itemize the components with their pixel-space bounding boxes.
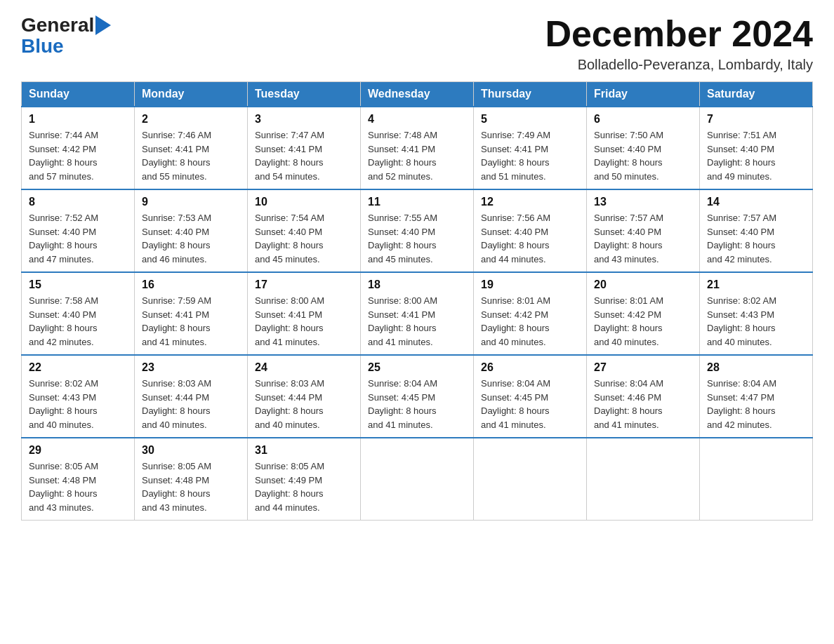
day-number: 13	[594, 196, 692, 208]
day-info: Sunrise: 7:46 AMSunset: 4:41 PMDaylight:…	[142, 128, 240, 183]
day-cell-16: 16Sunrise: 7:59 AMSunset: 4:41 PMDayligh…	[135, 272, 248, 355]
day-info: Sunrise: 7:44 AMSunset: 4:42 PMDaylight:…	[29, 128, 127, 183]
day-number: 18	[368, 279, 466, 291]
day-info: Sunrise: 8:00 AMSunset: 4:41 PMDaylight:…	[255, 294, 353, 349]
day-info: Sunrise: 7:47 AMSunset: 4:41 PMDaylight:…	[255, 128, 353, 183]
week-row-1: 1Sunrise: 7:44 AMSunset: 4:42 PMDaylight…	[22, 107, 813, 189]
day-number: 8	[29, 196, 127, 208]
day-info: Sunrise: 8:04 AMSunset: 4:45 PMDaylight:…	[481, 377, 579, 431]
day-cell-26: 26Sunrise: 8:04 AMSunset: 4:45 PMDayligh…	[474, 355, 587, 438]
day-number: 10	[255, 196, 353, 208]
day-number: 31	[255, 444, 353, 457]
day-number: 16	[142, 279, 240, 291]
logo-blue-text: Blue	[21, 36, 64, 56]
day-number: 21	[707, 279, 805, 291]
day-cell-15: 15Sunrise: 7:58 AMSunset: 4:40 PMDayligh…	[22, 272, 135, 355]
day-info: Sunrise: 7:55 AMSunset: 4:40 PMDaylight:…	[368, 211, 466, 266]
title-block: December 2024 Bolladello-Peveranza, Lomb…	[545, 14, 813, 73]
day-number: 20	[594, 279, 692, 291]
day-info: Sunrise: 8:04 AMSunset: 4:45 PMDaylight:…	[368, 377, 466, 431]
day-number: 4	[368, 113, 466, 126]
day-header-thursday: Thursday	[474, 82, 587, 107]
day-number: 2	[142, 113, 240, 126]
day-info: Sunrise: 7:49 AMSunset: 4:41 PMDaylight:…	[481, 128, 579, 183]
day-info: Sunrise: 8:03 AMSunset: 4:44 PMDaylight:…	[255, 377, 353, 431]
logo: General Blue	[21, 14, 111, 56]
day-info: Sunrise: 7:50 AMSunset: 4:40 PMDaylight:…	[594, 128, 692, 183]
header-row: SundayMondayTuesdayWednesdayThursdayFrid…	[22, 82, 813, 107]
svg-marker-0	[95, 15, 111, 35]
day-info: Sunrise: 7:51 AMSunset: 4:40 PMDaylight:…	[707, 128, 805, 183]
day-info: Sunrise: 7:52 AMSunset: 4:40 PMDaylight:…	[29, 211, 127, 266]
day-header-friday: Friday	[587, 82, 700, 107]
day-info: Sunrise: 7:56 AMSunset: 4:40 PMDaylight:…	[481, 211, 579, 266]
day-cell-2: 2Sunrise: 7:46 AMSunset: 4:41 PMDaylight…	[135, 107, 248, 189]
day-cell-9: 9Sunrise: 7:53 AMSunset: 4:40 PMDaylight…	[135, 189, 248, 272]
day-info: Sunrise: 8:04 AMSunset: 4:47 PMDaylight:…	[707, 377, 805, 431]
day-number: 7	[707, 113, 805, 126]
day-cell-23: 23Sunrise: 8:03 AMSunset: 4:44 PMDayligh…	[135, 355, 248, 438]
day-number: 30	[142, 444, 240, 457]
day-cell-19: 19Sunrise: 8:01 AMSunset: 4:42 PMDayligh…	[474, 272, 587, 355]
empty-cell	[587, 438, 700, 521]
day-cell-14: 14Sunrise: 7:57 AMSunset: 4:40 PMDayligh…	[700, 189, 813, 272]
day-info: Sunrise: 7:57 AMSunset: 4:40 PMDaylight:…	[707, 211, 805, 266]
day-header-tuesday: Tuesday	[248, 82, 361, 107]
day-cell-22: 22Sunrise: 8:02 AMSunset: 4:43 PMDayligh…	[22, 355, 135, 438]
day-cell-6: 6Sunrise: 7:50 AMSunset: 4:40 PMDaylight…	[587, 107, 700, 189]
day-header-saturday: Saturday	[700, 82, 813, 107]
day-number: 9	[142, 196, 240, 208]
day-number: 5	[481, 113, 579, 126]
day-info: Sunrise: 7:57 AMSunset: 4:40 PMDaylight:…	[594, 211, 692, 266]
day-info: Sunrise: 8:02 AMSunset: 4:43 PMDaylight:…	[29, 377, 127, 431]
day-cell-28: 28Sunrise: 8:04 AMSunset: 4:47 PMDayligh…	[700, 355, 813, 438]
day-cell-17: 17Sunrise: 8:00 AMSunset: 4:41 PMDayligh…	[248, 272, 361, 355]
day-cell-30: 30Sunrise: 8:05 AMSunset: 4:48 PMDayligh…	[135, 438, 248, 521]
week-row-4: 22Sunrise: 8:02 AMSunset: 4:43 PMDayligh…	[22, 355, 813, 438]
day-cell-5: 5Sunrise: 7:49 AMSunset: 4:41 PMDaylight…	[474, 107, 587, 189]
day-number: 26	[481, 361, 579, 374]
day-info: Sunrise: 7:54 AMSunset: 4:40 PMDaylight:…	[255, 211, 353, 266]
day-cell-20: 20Sunrise: 8:01 AMSunset: 4:42 PMDayligh…	[587, 272, 700, 355]
day-info: Sunrise: 7:59 AMSunset: 4:41 PMDaylight:…	[142, 294, 240, 349]
day-cell-7: 7Sunrise: 7:51 AMSunset: 4:40 PMDaylight…	[700, 107, 813, 189]
day-cell-31: 31Sunrise: 8:05 AMSunset: 4:49 PMDayligh…	[248, 438, 361, 521]
day-cell-12: 12Sunrise: 7:56 AMSunset: 4:40 PMDayligh…	[474, 189, 587, 272]
day-cell-13: 13Sunrise: 7:57 AMSunset: 4:40 PMDayligh…	[587, 189, 700, 272]
day-number: 17	[255, 279, 353, 291]
day-header-monday: Monday	[135, 82, 248, 107]
day-info: Sunrise: 8:01 AMSunset: 4:42 PMDaylight:…	[481, 294, 579, 349]
day-number: 15	[29, 279, 127, 291]
day-cell-18: 18Sunrise: 8:00 AMSunset: 4:41 PMDayligh…	[361, 272, 474, 355]
day-number: 29	[29, 444, 127, 457]
day-cell-25: 25Sunrise: 8:04 AMSunset: 4:45 PMDayligh…	[361, 355, 474, 438]
logo-arrow-icon	[95, 15, 111, 35]
day-number: 12	[481, 196, 579, 208]
day-cell-24: 24Sunrise: 8:03 AMSunset: 4:44 PMDayligh…	[248, 355, 361, 438]
day-number: 27	[594, 361, 692, 374]
day-number: 28	[707, 361, 805, 374]
day-info: Sunrise: 7:48 AMSunset: 4:41 PMDaylight:…	[368, 128, 466, 183]
day-number: 11	[368, 196, 466, 208]
day-cell-4: 4Sunrise: 7:48 AMSunset: 4:41 PMDaylight…	[361, 107, 474, 189]
week-row-5: 29Sunrise: 8:05 AMSunset: 4:48 PMDayligh…	[22, 438, 813, 521]
day-cell-3: 3Sunrise: 7:47 AMSunset: 4:41 PMDaylight…	[248, 107, 361, 189]
week-row-2: 8Sunrise: 7:52 AMSunset: 4:40 PMDaylight…	[22, 189, 813, 272]
day-cell-21: 21Sunrise: 8:02 AMSunset: 4:43 PMDayligh…	[700, 272, 813, 355]
day-number: 19	[481, 279, 579, 291]
day-number: 6	[594, 113, 692, 126]
day-number: 1	[29, 113, 127, 126]
day-info: Sunrise: 8:03 AMSunset: 4:44 PMDaylight:…	[142, 377, 240, 431]
empty-cell	[361, 438, 474, 521]
day-info: Sunrise: 8:05 AMSunset: 4:49 PMDaylight:…	[255, 459, 353, 514]
day-info: Sunrise: 8:05 AMSunset: 4:48 PMDaylight:…	[142, 459, 240, 514]
empty-cell	[700, 438, 813, 521]
day-number: 14	[707, 196, 805, 208]
day-cell-1: 1Sunrise: 7:44 AMSunset: 4:42 PMDaylight…	[22, 107, 135, 189]
day-cell-29: 29Sunrise: 8:05 AMSunset: 4:48 PMDayligh…	[22, 438, 135, 521]
month-title: December 2024	[545, 14, 813, 54]
day-header-wednesday: Wednesday	[361, 82, 474, 107]
day-cell-8: 8Sunrise: 7:52 AMSunset: 4:40 PMDaylight…	[22, 189, 135, 272]
day-number: 24	[255, 361, 353, 374]
day-info: Sunrise: 8:04 AMSunset: 4:46 PMDaylight:…	[594, 377, 692, 431]
